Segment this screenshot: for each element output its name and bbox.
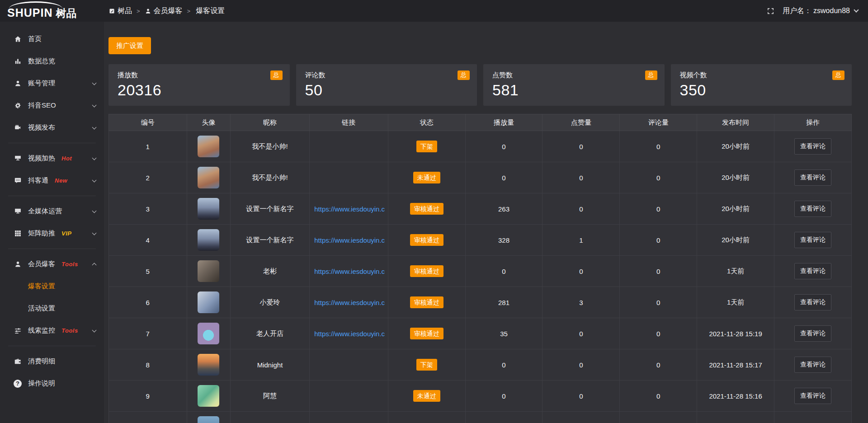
monitor-icon	[14, 207, 22, 216]
view-comments-button[interactable]: 查看评论	[794, 263, 831, 279]
sidebar-divider	[8, 346, 96, 346]
stat-value: 50	[305, 81, 468, 99]
sidebar-item-label: 消费明细	[28, 357, 55, 366]
sidebar-divider	[8, 143, 96, 143]
video-link[interactable]: https://www.iesdouyin.c	[314, 299, 385, 306]
view-comments-button[interactable]: 查看评论	[794, 325, 831, 342]
sidebar-item-consumption-detail[interactable]: 消费明细	[0, 350, 104, 372]
sidebar-subitem-label: 活动设置	[28, 304, 55, 313]
video-link[interactable]: https://www.iesdouyin.c	[314, 205, 385, 213]
avatar	[198, 354, 219, 376]
status-cell	[388, 412, 465, 423]
nickname-cell: 设置一个新名字	[231, 193, 309, 225]
chevron-down-icon	[92, 328, 97, 332]
home-icon	[14, 35, 22, 43]
sidebar-item-data-overview[interactable]: 数据总览	[0, 50, 104, 72]
likes-cell: 0	[542, 131, 620, 162]
video-link[interactable]: https://www.iesdouyin.c	[314, 330, 385, 338]
comments-cell: 0	[620, 162, 697, 193]
likes-cell: 0	[542, 318, 620, 349]
plays-cell: 0	[465, 131, 542, 162]
sidebar-item-label: 首页	[28, 35, 42, 43]
avatar	[198, 385, 219, 407]
sidebar-subitem-label: 爆客设置	[28, 282, 55, 291]
videos-table: 编号 头像 昵称 链接 状态 播放量 点赞量 评论量 发布时间 操作 1 我不是…	[108, 114, 852, 423]
avatar	[198, 291, 219, 313]
view-comments-button[interactable]: 查看评论	[794, 169, 831, 186]
plays-cell: 0	[465, 349, 542, 381]
sidebar-subitem-baoke-settings[interactable]: 爆客设置	[0, 275, 104, 297]
publish-time-cell: 20小时前	[697, 225, 774, 256]
question-icon: ?	[14, 380, 22, 388]
sidebar-item-all-media[interactable]: 全媒体运营	[0, 200, 104, 222]
screen-heat-icon	[14, 155, 22, 163]
sidebar-item-clue-monitor[interactable]: 线索监控 Tools	[0, 320, 104, 342]
plays-cell: 263	[465, 193, 542, 225]
status-badge: 下架	[416, 359, 437, 371]
view-comments-button[interactable]: 查看评论	[794, 232, 831, 248]
username-value: zswodun88	[813, 7, 850, 15]
view-comments-button[interactable]: 查看评论	[794, 357, 831, 373]
publish-time-cell: 20小时前	[697, 162, 774, 193]
sidebar-item-member-baoke[interactable]: 会员爆客 Tools	[0, 253, 104, 275]
sidebar-item-label: 矩阵助推	[28, 229, 55, 238]
app-logo[interactable]: SHUPIN 树品	[0, 0, 104, 22]
table-row: 1 我不是小帅! 下架 0 0 0 20小时前 查看评论	[109, 131, 852, 162]
likes-cell: 0	[542, 162, 620, 193]
sidebar-item-video-heat[interactable]: 视频加热 Hot	[0, 147, 104, 169]
chevron-down-icon	[92, 178, 97, 182]
video-link[interactable]: https://www.iesdouyin.c	[314, 236, 385, 244]
user-menu[interactable]: 用户名： zswodun88	[783, 6, 858, 16]
promo-settings-button[interactable]: 推广设置	[108, 37, 151, 54]
column-header-id: 编号	[109, 114, 187, 131]
stat-card-comments: 评论数 50 总	[296, 64, 477, 106]
publish-time-cell: 1天前	[697, 287, 774, 318]
sidebar-item-douyin-seo[interactable]: 抖音SEO	[0, 94, 104, 117]
table-row	[109, 412, 852, 423]
row-id-cell: 6	[109, 287, 187, 318]
sidebar-item-operation-guide[interactable]: ? 操作说明	[0, 372, 104, 395]
column-header-publish-time: 发布时间	[697, 114, 774, 131]
sidebar-item-matrix-boost[interactable]: 矩阵助推 VIP	[0, 222, 104, 244]
nickname-cell	[231, 412, 309, 423]
nickname-cell: 设置一个新名字	[231, 225, 309, 256]
view-comments-button[interactable]: 查看评论	[794, 201, 831, 217]
sidebar-item-video-publish[interactable]: 视频发布	[0, 117, 104, 139]
sidebar-subitem-activity-settings[interactable]: 活动设置	[0, 297, 104, 320]
comments-cell	[620, 412, 697, 423]
logo-arc	[9, 1, 62, 9]
view-comments-button[interactable]: 查看评论	[794, 388, 831, 404]
status-badge: 审核通过	[410, 265, 443, 277]
sidebar-item-home[interactable]: 首页	[0, 28, 104, 50]
table-row: 2 我不是小帅! 未通过 0 0 0 20小时前 查看评论	[109, 162, 852, 193]
sidebar-item-account-management[interactable]: 账号管理	[0, 72, 104, 94]
nickname-cell: 老人开店	[231, 318, 309, 349]
comments-cell: 0	[620, 318, 697, 349]
video-link[interactable]: https://www.iesdouyin.c	[314, 268, 385, 275]
avatar	[198, 198, 219, 220]
user-icon	[14, 80, 22, 88]
tools-badge: Tools	[61, 261, 78, 268]
row-id-cell: 5	[109, 256, 187, 287]
publish-time-cell	[697, 412, 774, 423]
likes-cell: 0	[542, 381, 620, 412]
chevron-up-icon	[92, 263, 97, 267]
video-camera-icon	[14, 124, 22, 132]
sliders-icon	[14, 327, 22, 335]
sidebar-item-label: 账号管理	[28, 79, 55, 88]
row-id-cell: 3	[109, 193, 187, 225]
publish-time-cell: 1天前	[697, 256, 774, 287]
view-comments-button[interactable]: 查看评论	[794, 138, 831, 155]
sidebar-item-douketong[interactable]: 抖客通 New	[0, 169, 104, 192]
chevron-down-icon	[854, 7, 859, 12]
column-header-comments: 评论量	[620, 114, 697, 131]
comments-cell: 0	[620, 131, 697, 162]
breadcrumb-item-member[interactable]: 会员爆客	[145, 6, 183, 16]
top-bar: SHUPIN 树品 树品 > 会员爆客 > 爆客设置 用户名： zswodun8…	[0, 0, 868, 22]
avatar	[198, 323, 219, 344]
view-comments-button[interactable]: 查看评论	[794, 294, 831, 310]
column-header-status: 状态	[388, 114, 465, 131]
fullscreen-icon[interactable]	[767, 7, 774, 15]
breadcrumb-item-home[interactable]: 树品	[108, 6, 132, 16]
wallet-icon	[14, 357, 22, 366]
